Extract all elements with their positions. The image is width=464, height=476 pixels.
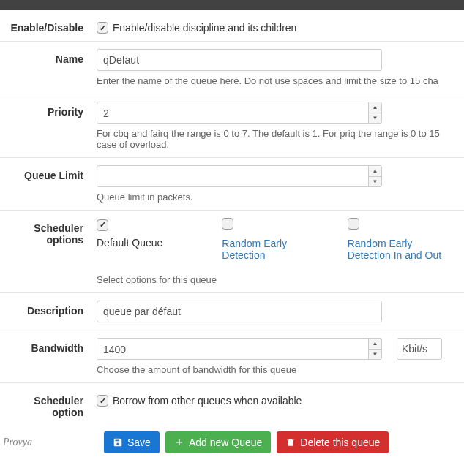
label-priority: Priority — [0, 102, 97, 118]
enable-checkbox[interactable] — [97, 22, 108, 34]
add-queue-button[interactable]: Add new Queue — [165, 431, 271, 453]
opt-default-queue: Default Queue — [97, 237, 207, 249]
opt-red-link[interactable]: Random Early Detection — [222, 238, 332, 261]
label-enable: Enable/Disable — [0, 18, 97, 34]
bandwidth-input[interactable]: ▲▼ — [97, 338, 382, 360]
spinner-buttons[interactable]: ▲▼ — [368, 339, 381, 359]
red-checkbox[interactable] — [222, 218, 233, 230]
label-sched-opt2: Scheduler option — [0, 390, 97, 418]
name-input[interactable] — [97, 49, 382, 71]
qlimit-help: Queue limit in packets. — [97, 192, 458, 203]
watermark: Provya — [3, 437, 32, 448]
save-icon — [113, 437, 123, 447]
enable-text: Enable/disable discipline and its childr… — [113, 22, 296, 34]
chevron-down-icon[interactable]: ▼ — [369, 177, 381, 187]
bandwidth-help: Choose the amount of bandwidth for this … — [97, 364, 458, 375]
bandwidth-unit-select[interactable]: Kbit/s — [397, 338, 442, 360]
save-button[interactable]: Save — [104, 431, 160, 453]
chevron-up-icon[interactable]: ▲ — [369, 166, 381, 177]
priority-input[interactable]: ▲▼ — [97, 102, 382, 124]
label-sched-opts: Scheduler options — [0, 218, 97, 246]
name-help: Enter the name of the queue here. Do not… — [97, 75, 458, 86]
spinner-buttons[interactable]: ▲▼ — [368, 166, 381, 186]
qlimit-input[interactable]: ▲▼ — [97, 165, 382, 187]
borrow-checkbox[interactable] — [97, 395, 108, 407]
priority-help: For cbq and fairq the range is 0 to 7. T… — [97, 128, 458, 150]
spinner-buttons[interactable]: ▲▼ — [368, 102, 381, 123]
label-qlimit: Queue Limit — [0, 165, 97, 181]
label-name: Name — [0, 49, 97, 65]
opt-red-io-link[interactable]: Random Early Detection In and Out — [348, 238, 458, 261]
label-desc: Description — [0, 301, 97, 317]
delete-queue-button[interactable]: Delete this queue — [277, 431, 389, 453]
chevron-up-icon[interactable]: ▲ — [369, 102, 381, 113]
default-queue-checkbox[interactable] — [97, 219, 108, 231]
red-io-checkbox[interactable] — [348, 218, 359, 230]
chevron-down-icon[interactable]: ▼ — [369, 350, 381, 360]
desc-input[interactable] — [97, 301, 382, 322]
trash-icon — [285, 437, 296, 447]
chevron-up-icon[interactable]: ▲ — [369, 339, 381, 350]
chevron-down-icon[interactable]: ▼ — [369, 113, 381, 124]
plus-icon — [174, 437, 184, 447]
borrow-text: Borrow from other queues when available — [113, 395, 302, 407]
top-bar — [0, 0, 464, 10]
label-bandwidth: Bandwidth — [0, 338, 97, 354]
sched-opts-help: Select options for this queue — [97, 274, 458, 285]
